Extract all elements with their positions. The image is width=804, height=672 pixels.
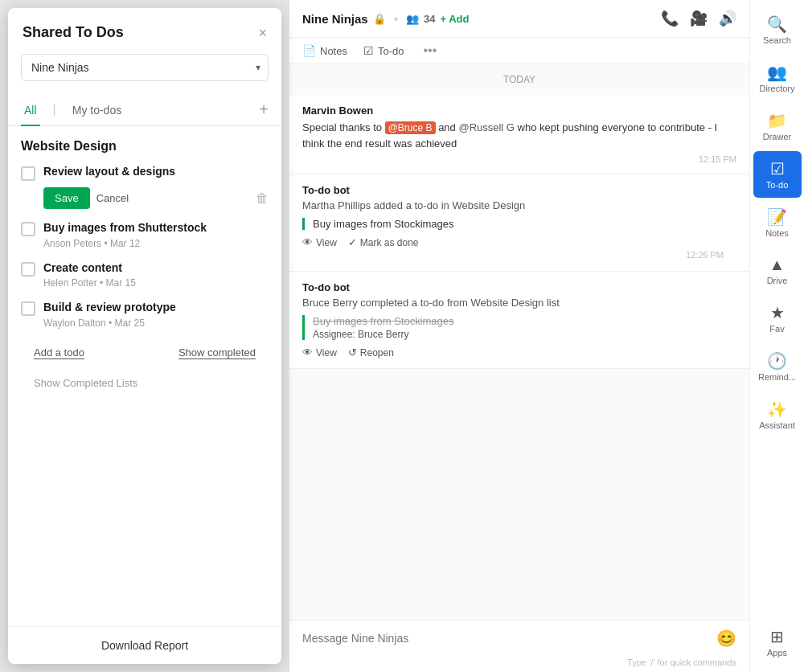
nav-drive[interactable]: ▲ Drive (753, 248, 802, 293)
panel-close-button[interactable]: × (258, 26, 267, 40)
todo-item-meta-2: Helen Potter • Mar 15 (43, 277, 269, 289)
reopen-label-2: Reopen (360, 347, 394, 359)
right-sidebar: 🔍 Search 👥 Directory 📁 Drawer ☑ To-do 📝 … (749, 0, 804, 672)
nav-apps[interactable]: ⊞ Apps (753, 619, 802, 666)
todo-edit-row (21, 165, 269, 181)
tab-all[interactable]: All (21, 96, 40, 126)
todo-item-2: Create content Helen Potter • Mar 15 (21, 260, 269, 289)
list-section-title: Website Design (21, 139, 269, 154)
eye-icon-2: 👁 (302, 346, 313, 359)
msg-text-before: Special thanks to (302, 121, 385, 133)
show-completed-link[interactable]: Show completed (178, 346, 256, 359)
todo-edit-item: Save Cancel 🗑 (21, 165, 269, 209)
bot-todo-title-1: Buy images from Stockimages (313, 218, 736, 230)
delete-todo-button[interactable]: 🗑 (256, 191, 269, 206)
todo-item-title-1[interactable]: Buy images from Shutterstock (43, 220, 269, 236)
nav-todo[interactable]: ☑ To-do (753, 151, 802, 198)
chat-input-area: 😊 (289, 620, 749, 656)
nav-search-label: Search (763, 35, 791, 45)
drawer-icon: 📁 (767, 111, 787, 130)
msg-text-middle: and (438, 121, 458, 133)
bot-mark-done-button-1[interactable]: ✓ Mark as done (348, 236, 419, 248)
phone-button[interactable]: 📞 (661, 10, 679, 27)
tab-notes[interactable]: 📄 Notes (302, 38, 357, 64)
video-button[interactable]: 🎥 (690, 10, 708, 27)
nav-directory[interactable]: 👥 Directory (753, 55, 802, 101)
todo-item-1: Buy images from Shutterstock Anson Peter… (21, 220, 269, 249)
volume-button[interactable]: 🔊 (719, 10, 736, 27)
tabs-more-button[interactable]: ••• (424, 43, 437, 58)
tab-divider: | (53, 102, 56, 117)
header-separator: • (394, 12, 398, 26)
panel-header: Shared To Dos × (8, 8, 281, 54)
show-completed-lists-link[interactable]: Show Completed Lists (34, 377, 137, 389)
chat-main-area: Nine Ninjas 🔒 • 👥 34 + Add 📞 🎥 🔊 📄 Notes… (289, 0, 749, 672)
tab-add-button[interactable]: + (259, 100, 269, 119)
panel-footer-links: Add a todo Show completed (21, 340, 269, 369)
message-time-marvin: 12:15 PM (302, 154, 736, 164)
view-label-2: View (316, 347, 337, 359)
download-report-button[interactable]: Download Report (101, 639, 188, 652)
shared-todos-panel: Shared To Dos × Nine Ninjas ▾ All | My t… (8, 8, 281, 664)
nav-assistant[interactable]: ✨ Assistant (753, 391, 802, 438)
nav-reminders[interactable]: 🕐 Remind... (753, 343, 802, 390)
mention-bruce: @Bruce B (385, 121, 436, 134)
show-completed-lists: Show Completed Lists (21, 369, 269, 403)
message-sender-marvin: Marvin Bowen (302, 104, 736, 117)
message-text-marvin: Special thanks to @Bruce B and @Russell … (302, 120, 736, 151)
nav-notes[interactable]: 📝 Notes (753, 199, 802, 246)
todo-item-content-3: Build & review prototype Waylon Dalton •… (43, 300, 269, 329)
todo-checkbox-3[interactable] (21, 301, 35, 316)
bot-view-button-1[interactable]: 👁 View (302, 236, 337, 248)
reopen-icon-2: ↺ (348, 346, 357, 359)
todo-item-title-2[interactable]: Create content (43, 260, 269, 277)
todo-edit-input[interactable] (43, 165, 269, 178)
notes-tab-icon: 📄 (302, 44, 316, 57)
nav-fav[interactable]: ★ Fav (753, 295, 802, 342)
mention-russell: @Russell G (458, 121, 515, 133)
workspace-dropdown[interactable]: Nine Ninjas (21, 54, 269, 81)
nav-drawer[interactable]: 📁 Drawer (753, 103, 802, 150)
bot-sender-2: To-do bot (302, 281, 736, 293)
directory-icon: 👥 (767, 63, 787, 82)
nav-directory-label: Directory (759, 84, 794, 93)
bot-todo-item-2: Buy images from Stockimages Assignee: Br… (302, 315, 736, 340)
todo-edit-actions: Save Cancel 🗑 (43, 187, 269, 209)
chat-title: Nine Ninjas 🔒 • 👥 34 + Add (302, 12, 469, 26)
todo-checkbox-2[interactable] (21, 262, 35, 277)
tab-my-todos[interactable]: My to-dos (69, 96, 125, 126)
assistant-icon: ✨ (767, 400, 787, 419)
cancel-todo-button[interactable]: Cancel (96, 192, 129, 204)
add-members-button[interactable]: + Add (440, 13, 469, 25)
bot-view-button-2[interactable]: 👁 View (302, 346, 337, 359)
quick-hint: Type '/' for quick commands (289, 656, 749, 672)
bot-reopen-button-2[interactable]: ↺ Reopen (348, 346, 394, 359)
nav-apps-label: Apps (767, 648, 787, 658)
todo-checkbox-1[interactable] (21, 222, 35, 236)
todo-item-content-2: Create content Helen Potter • Mar 15 (43, 260, 269, 289)
emoji-button[interactable]: 😊 (716, 629, 736, 648)
todo-tab-label: To-do (378, 45, 404, 57)
tab-todo[interactable]: ☑ To-do (363, 38, 414, 64)
members-count: 34 (424, 13, 435, 25)
todo-list-content: Website Design Save Cancel 🗑 Buy images … (8, 126, 281, 626)
header-actions: 📞 🎥 🔊 (661, 10, 736, 27)
nav-todo-label: To-do (766, 180, 789, 190)
save-todo-button[interactable]: Save (43, 187, 90, 209)
edit-item-checkbox[interactable] (21, 166, 35, 181)
chat-header: Nine Ninjas 🔒 • 👥 34 + Add 📞 🎥 🔊 (289, 0, 749, 38)
add-todo-link[interactable]: Add a todo (34, 346, 84, 359)
bot-message-time-1: 12:26 PM (302, 248, 736, 261)
lock-icon: 🔒 (373, 13, 386, 25)
message-marvin: Marvin Bowen Special thanks to @Bruce B … (289, 95, 749, 174)
todo-item-title-3[interactable]: Build & review prototype (43, 300, 269, 316)
panel-title: Shared To Dos (23, 24, 124, 41)
bot-sender-1: To-do bot (302, 184, 736, 196)
nav-search[interactable]: 🔍 Search (753, 6, 802, 53)
bot-todo-title-2: Buy images from Stockimages (313, 315, 736, 327)
fav-icon: ★ (770, 303, 785, 322)
todo-tab-icon: ☑ (363, 44, 374, 57)
bot-todo-item-1: Buy images from Stockimages (302, 218, 736, 230)
chat-input[interactable] (302, 632, 716, 645)
mark-done-label-1: Mark as done (360, 237, 419, 248)
